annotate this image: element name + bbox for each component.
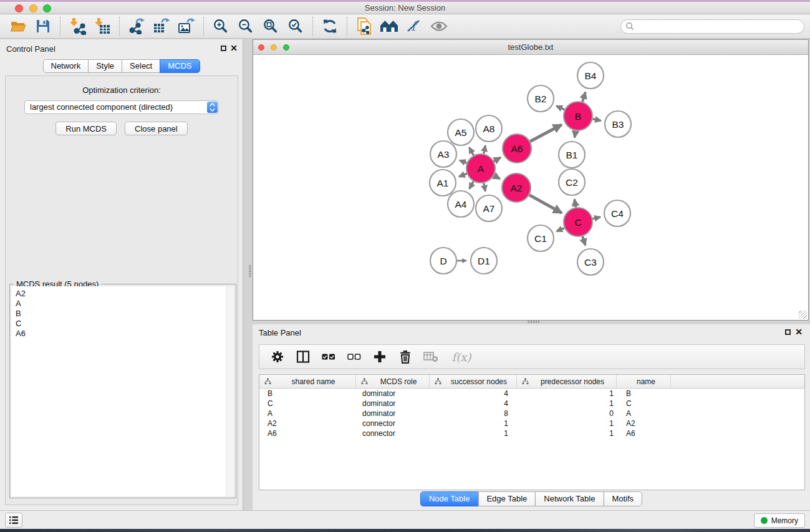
tab-network-table[interactable]: Network Table bbox=[535, 491, 604, 506]
document-share-button[interactable] bbox=[352, 16, 377, 37]
column-header-label: MCDS role bbox=[368, 377, 429, 386]
svg-text:B1: B1 bbox=[566, 150, 578, 160]
table-row[interactable]: Cdominator41C bbox=[259, 399, 804, 409]
float-panel-icon[interactable] bbox=[221, 46, 226, 51]
search-box[interactable] bbox=[620, 19, 804, 34]
graph-node-A3[interactable]: A3 bbox=[430, 141, 456, 167]
column-header-successor-nodes[interactable]: successor nodes bbox=[430, 375, 517, 388]
delete-column-button[interactable] bbox=[398, 349, 413, 365]
add-column-button[interactable] bbox=[372, 349, 387, 365]
splitter-handle[interactable] bbox=[527, 321, 539, 323]
search-input[interactable] bbox=[634, 21, 804, 31]
task-history-button[interactable] bbox=[5, 513, 22, 528]
tab-edge-table[interactable]: Edge Table bbox=[478, 491, 536, 506]
import-network-button[interactable] bbox=[65, 16, 90, 37]
eye-button[interactable] bbox=[427, 16, 451, 37]
graph-edge-B-B1 bbox=[574, 131, 576, 138]
splitter-handle[interactable] bbox=[249, 264, 251, 277]
zoom-selected-button[interactable] bbox=[283, 16, 308, 37]
graph-node-A[interactable]: A bbox=[466, 154, 495, 183]
save-session-button[interactable] bbox=[31, 16, 55, 37]
table-panel-tabs: Node TableEdge TableNetwork TableMotifs bbox=[420, 491, 642, 506]
network-zoom-button[interactable] bbox=[283, 44, 289, 51]
graph-node-B4[interactable]: B4 bbox=[577, 62, 604, 89]
column-header-name[interactable]: name bbox=[617, 375, 671, 388]
select-all-button[interactable] bbox=[321, 349, 336, 365]
column-header-shared-name[interactable]: shared name bbox=[259, 375, 356, 388]
import-table-button[interactable] bbox=[90, 16, 115, 37]
table-row[interactable]: A6connector11A6 bbox=[259, 428, 804, 438]
tab-mcds[interactable]: MCDS bbox=[160, 59, 200, 73]
run-mcds-button[interactable]: Run MCDS bbox=[55, 122, 117, 135]
graph-node-B1[interactable]: B1 bbox=[559, 142, 585, 168]
mcds-result-item[interactable]: B bbox=[16, 309, 234, 319]
zoom-window-button[interactable] bbox=[43, 4, 51, 12]
graph-node-D1[interactable]: D1 bbox=[471, 248, 497, 274]
graph-node-B[interactable]: B bbox=[564, 102, 592, 130]
tab-network[interactable]: Network bbox=[42, 59, 89, 73]
graph-node-A1[interactable]: A1 bbox=[430, 170, 456, 196]
export-network-button[interactable] bbox=[124, 16, 149, 37]
zoom-fit-button[interactable] bbox=[258, 16, 283, 37]
checked-boxes-icon bbox=[322, 350, 335, 364]
graph-node-A8[interactable]: A8 bbox=[476, 115, 502, 142]
graph-node-A2[interactable]: A2 bbox=[502, 173, 531, 202]
export-image-button[interactable] bbox=[174, 16, 199, 37]
export-table-button[interactable] bbox=[149, 16, 174, 37]
mcds-result-list[interactable]: A2ABCA6 bbox=[11, 286, 234, 496]
graph-node-C4[interactable]: C4 bbox=[604, 200, 630, 226]
mcds-result-item[interactable]: A6 bbox=[16, 329, 234, 339]
close-panel-button[interactable]: Close panel bbox=[125, 122, 188, 135]
tab-style[interactable]: Style bbox=[88, 59, 122, 73]
column-header-mcds-role[interactable]: MCDS role bbox=[356, 375, 430, 388]
close-panel-icon[interactable]: ✕ bbox=[795, 327, 803, 336]
network-window-titlebar[interactable]: testGlobe.txt bbox=[253, 40, 808, 55]
show-columns-button[interactable] bbox=[296, 349, 311, 365]
network-canvas[interactable]: B4B2BB3A5A8A6A3B1AA1C2A2A4A7CC4C1C3DD1 bbox=[253, 54, 808, 320]
graph-node-A6[interactable]: A6 bbox=[503, 134, 531, 163]
zoom-out-button[interactable] bbox=[233, 16, 258, 37]
graph-node-C[interactable]: C bbox=[564, 208, 592, 236]
resize-grip-icon[interactable] bbox=[799, 311, 807, 319]
result-scrollbar[interactable] bbox=[226, 286, 234, 496]
network-close-button[interactable] bbox=[258, 44, 264, 51]
zoom-in-button[interactable] bbox=[208, 16, 233, 37]
memory-button[interactable]: Memory bbox=[754, 513, 805, 528]
criterion-select[interactable]: largest connected component (directed) bbox=[24, 100, 219, 114]
table-settings-button[interactable] bbox=[270, 349, 285, 365]
open-session-button[interactable] bbox=[6, 16, 31, 37]
graph-node-B3[interactable]: B3 bbox=[605, 111, 631, 137]
graph-node-A4[interactable]: A4 bbox=[448, 191, 474, 217]
graph-node-C1[interactable]: C1 bbox=[528, 225, 554, 251]
refresh-button[interactable] bbox=[317, 16, 342, 37]
strikethrough-f-button[interactable]: f bbox=[402, 16, 427, 37]
function-builder-button[interactable]: f(x) bbox=[449, 349, 474, 365]
float-panel-icon[interactable] bbox=[785, 329, 791, 335]
network-minimize-button[interactable] bbox=[271, 44, 277, 51]
graph-node-B2[interactable]: B2 bbox=[528, 85, 554, 112]
table-row[interactable]: Bdominator41B bbox=[259, 389, 804, 399]
mcds-result-item[interactable]: C bbox=[16, 319, 234, 329]
close-window-button[interactable] bbox=[15, 4, 23, 12]
graph-node-C3[interactable]: C3 bbox=[577, 249, 604, 275]
table-row[interactable]: Adominator80A bbox=[259, 409, 804, 418]
home-button[interactable] bbox=[377, 16, 402, 37]
tab-node-table[interactable]: Node Table bbox=[420, 491, 479, 506]
minimize-window-button[interactable] bbox=[29, 4, 37, 12]
graph-node-C2[interactable]: C2 bbox=[559, 169, 585, 195]
graph-node-A5[interactable]: A5 bbox=[448, 119, 474, 145]
table-body: Bdominator41BCdominator41CAdominator80AA… bbox=[259, 389, 804, 438]
deselect-all-button[interactable] bbox=[347, 349, 362, 365]
graph-edge-A-A4 bbox=[470, 181, 474, 189]
mcds-result-item[interactable]: A bbox=[16, 299, 234, 309]
destroy-table-button[interactable] bbox=[423, 349, 438, 365]
table-row[interactable]: A2connector11A2 bbox=[259, 418, 804, 428]
graph-node-D[interactable]: D bbox=[430, 248, 456, 274]
mcds-result-item[interactable]: A2 bbox=[16, 289, 234, 299]
tab-motifs[interactable]: Motifs bbox=[603, 491, 642, 506]
tab-select[interactable]: Select bbox=[122, 59, 160, 73]
network-graph[interactable]: B4B2BB3A5A8A6A3B1AA1C2A2A4A7CC4C1C3DD1 bbox=[253, 54, 808, 320]
column-header-predecessor-nodes[interactable]: predecessor nodes bbox=[517, 375, 617, 388]
close-panel-icon[interactable]: ✕ bbox=[230, 44, 238, 52]
graph-node-A7[interactable]: A7 bbox=[476, 195, 502, 221]
